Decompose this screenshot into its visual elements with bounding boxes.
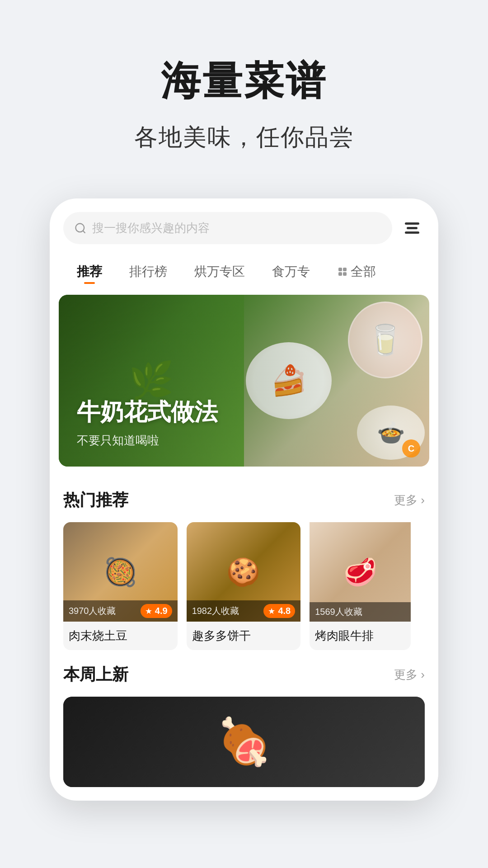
hot-section-more[interactable]: 更多 › — [394, 492, 425, 508]
banner[interactable]: 🌿 🥛 🍰 🍲 牛奶花式做法 不要只知道喝啦 C — [59, 295, 429, 467]
banner-overlay: 牛奶花式做法 不要只知道喝啦 — [59, 295, 429, 467]
recipe-cards-container: 🥘 3970人收藏 ★ 4.9 肉末烧土豆 🍪 — [63, 522, 425, 650]
rating-value-1: 4.9 — [155, 606, 168, 616]
recipe-badge-2: 1982人收藏 ★ 4.8 — [187, 600, 301, 622]
hamburger-menu-icon[interactable] — [399, 216, 425, 241]
recipe-rating-1: ★ 4.9 — [141, 604, 172, 618]
recipe-collectors-3: 1569人收藏 — [315, 606, 362, 618]
weekly-section-more[interactable]: 更多 › — [394, 667, 425, 683]
svg-rect-2 — [338, 268, 342, 271]
grid-icon — [337, 266, 348, 277]
search-bar[interactable]: 搜一搜你感兴趣的内容 — [63, 212, 392, 244]
svg-line-1 — [83, 231, 85, 233]
tab-recommend[interactable]: 推荐 — [63, 258, 116, 286]
section-header-hot: 热门推荐 更多 › — [63, 489, 425, 511]
svg-rect-4 — [338, 272, 342, 276]
tabs-container: 推荐 排行榜 烘万专区 食万专 全部 — [50, 253, 438, 295]
weekly-card[interactable]: 🍖 🔥 烘万烹饪 — [63, 697, 425, 787]
search-icon — [74, 222, 87, 235]
svg-rect-5 — [343, 272, 347, 276]
weekly-section-title: 本周上新 — [63, 664, 128, 686]
main-title: 海量菜谱 — [27, 54, 461, 108]
tab-all[interactable]: 全部 — [324, 258, 389, 286]
recipe-name-3: 烤肉眼牛排 — [310, 622, 411, 650]
tab-active-indicator — [84, 282, 95, 284]
hot-section-title: 热门推荐 — [63, 489, 128, 511]
recipe-image-2: 🍪 1982人收藏 ★ 4.8 — [187, 522, 301, 622]
recipe-badge-1: 3970人收藏 ★ 4.9 — [63, 600, 178, 622]
recipe-card-2[interactable]: 🍪 1982人收藏 ★ 4.8 趣多多饼干 — [187, 522, 301, 650]
tab-ranking[interactable]: 排行榜 — [116, 258, 181, 286]
banner-subtitle: 不要只知道喝啦 — [77, 433, 411, 448]
weekly-new-section: 本周上新 更多 › 🍖 🔥 烘万烹饪 — [50, 659, 438, 801]
tab-food[interactable]: 食万专 — [258, 258, 324, 286]
banner-logo: C — [402, 439, 420, 458]
svg-point-0 — [76, 223, 84, 232]
recipe-collectors-2: 1982人收藏 — [192, 605, 239, 617]
sub-title: 各地美味，任你品尝 — [27, 122, 461, 153]
recipe-badge-3: 1569人收藏 — [310, 602, 411, 622]
recipe-image-3: 🥩 1569人收藏 — [310, 522, 411, 622]
banner-title: 牛奶花式做法 — [77, 396, 411, 428]
recipe-name-1: 肉末烧土豆 — [63, 622, 178, 650]
phone-mockup: 搜一搜你感兴趣的内容 推荐 排行榜 烘万专区 食万专 — [50, 198, 438, 801]
hot-recommendations-section: 热门推荐 更多 › 🥘 3970人收藏 ★ 4.9 — [50, 480, 438, 659]
search-bar-container: 搜一搜你感兴趣的内容 — [50, 198, 438, 253]
tab-baking[interactable]: 烘万专区 — [181, 258, 258, 286]
recipe-card-3[interactable]: 🥩 1569人收藏 烤肉眼牛排 — [310, 522, 411, 650]
rating-value-2: 4.8 — [278, 606, 291, 616]
recipe-card-1[interactable]: 🥘 3970人收藏 ★ 4.9 肉末烧土豆 — [63, 522, 178, 650]
recipe-image-1: 🥘 3970人收藏 ★ 4.9 — [63, 522, 178, 622]
recipe-collectors-1: 3970人收藏 — [69, 605, 116, 617]
recipe-rating-2: ★ 4.8 — [263, 604, 295, 618]
star-icon-2: ★ — [268, 606, 275, 616]
star-icon-1: ★ — [145, 606, 152, 616]
recipe-name-2: 趣多多饼干 — [187, 622, 301, 650]
svg-rect-3 — [343, 268, 347, 271]
section-header-weekly: 本周上新 更多 › — [63, 664, 425, 686]
weekly-card-bg: 🍖 — [63, 697, 425, 787]
search-placeholder: 搜一搜你感兴趣的内容 — [92, 220, 210, 236]
